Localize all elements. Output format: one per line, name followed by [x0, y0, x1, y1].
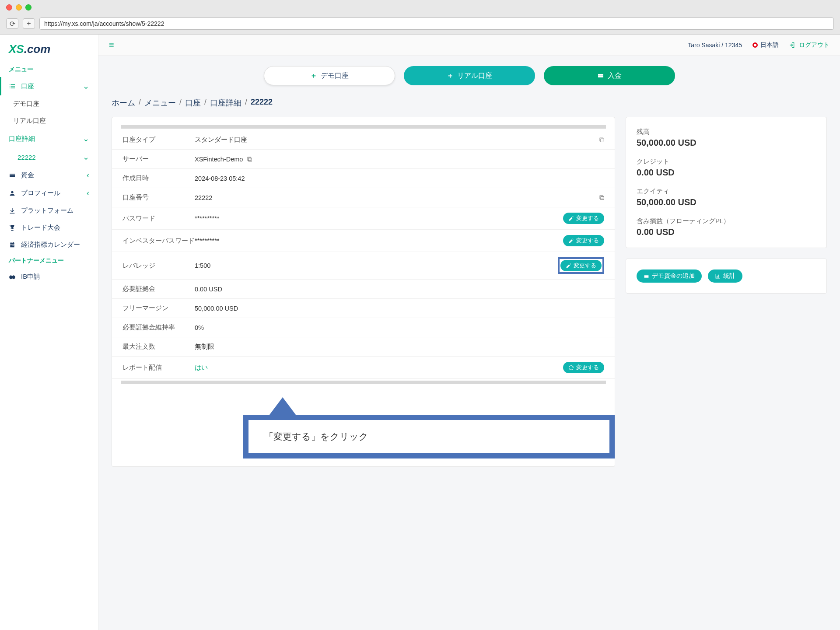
- deposit-button[interactable]: 入金: [544, 66, 675, 85]
- edit-icon: [566, 263, 571, 269]
- sidebar-item-ib-apply[interactable]: IB申請: [0, 268, 98, 285]
- breadcrumb-menu[interactable]: メニュー: [144, 98, 176, 108]
- sidebar-item-calendar[interactable]: 経済指標カレンダー: [0, 236, 98, 253]
- language-selector[interactable]: 日本語: [752, 41, 779, 49]
- new-tab-button[interactable]: +: [23, 18, 35, 29]
- breadcrumb-current: 22222: [251, 98, 273, 108]
- plus-icon: ＋: [447, 71, 454, 80]
- row-created: 作成日時 2024-08-23 05:42: [112, 169, 615, 188]
- copy-icon[interactable]: ⧉: [247, 155, 252, 163]
- sidebar: XS.com メニュー 口座 ⌄ デモ口座 リアル口座 口座詳細 ⌄ 22222…: [0, 35, 98, 630]
- copy-icon[interactable]: ⧉: [599, 136, 604, 144]
- sidebar-item-funds[interactable]: 資金 ‹: [0, 166, 98, 184]
- change-investor-password-button[interactable]: 変更する: [563, 235, 604, 246]
- partner-menu-header: パートナーメニュー: [0, 253, 98, 268]
- chevron-left-icon: ‹: [87, 189, 89, 198]
- trophy-icon: [9, 224, 17, 231]
- breadcrumb: ホーム / メニュー / 口座 / 口座詳細 / 22222: [112, 98, 827, 108]
- calendar-icon: [9, 242, 17, 248]
- row-server: サーバー XSFintech-Demo ⧉: [112, 150, 615, 169]
- chevron-left-icon: ‹: [87, 171, 89, 180]
- logout-icon: [789, 42, 796, 49]
- breadcrumb-details[interactable]: 口座詳細: [210, 98, 242, 108]
- sidebar-item-platform[interactable]: プラットフォーム: [0, 202, 98, 219]
- user-info[interactable]: Taro Sasaki / 12345: [688, 42, 742, 49]
- chevron-down-icon: ⌄: [83, 134, 89, 144]
- account-details-panel: 口座タイプ スタンダード口座 ⧉ サーバー XSFintech-Demo ⧉ 作…: [112, 117, 615, 467]
- tutorial-callout: 「変更する」をクリック: [243, 397, 615, 458]
- window-close[interactable]: [6, 4, 12, 10]
- add-demo-funds-button[interactable]: デモ資金の追加: [637, 270, 702, 283]
- action-card: デモ資金の追加 統計: [626, 259, 827, 294]
- logo[interactable]: XS.com: [0, 39, 98, 62]
- row-margin-required: 必要証拠金 0.00 USD: [112, 280, 615, 299]
- app-container: XS.com メニュー 口座 ⌄ デモ口座 リアル口座 口座詳細 ⌄ 22222…: [0, 35, 840, 630]
- main-content: ≡ Taro Sasaki / 12345 日本語 ログアウト ＋ デモ口座: [98, 35, 840, 630]
- copy-icon[interactable]: ⧉: [599, 194, 604, 202]
- row-max-orders: 最大注文数 無制限: [112, 337, 615, 357]
- action-buttons: ＋ デモ口座 ＋ リアル口座 入金: [112, 66, 827, 85]
- panels: 口座タイプ スタンダード口座 ⧉ サーバー XSFintech-Demo ⧉ 作…: [112, 117, 827, 467]
- stats-card: 残高 50,000.00 USD クレジット 0.00 USD エクイティ 50…: [626, 117, 827, 248]
- real-account-button[interactable]: ＋ リアル口座: [404, 66, 535, 85]
- topbar: ≡ Taro Sasaki / 12345 日本語 ログアウト: [98, 35, 840, 56]
- row-investor-password: インベスターパスワード ********** 変更する: [112, 230, 615, 252]
- content: ＋ デモ口座 ＋ リアル口座 入金 ホーム / メニュー / 口座 /: [98, 56, 840, 477]
- row-report: レポート配信 はい 変更する: [112, 357, 615, 379]
- stat-balance: 残高 50,000.00 USD: [637, 128, 816, 148]
- breadcrumb-home[interactable]: ホーム: [112, 98, 135, 108]
- window-minimize[interactable]: [16, 4, 22, 10]
- stat-equity: エクイティ 50,000.00 USD: [637, 187, 816, 207]
- callout-arrow: [270, 397, 296, 415]
- list-icon: [9, 83, 17, 90]
- sidebar-item-account-details[interactable]: 口座詳細 ⌄: [0, 130, 98, 148]
- stat-credit: クレジット 0.00 USD: [637, 158, 816, 178]
- sidebar-item-real-account[interactable]: リアル口座: [0, 112, 98, 130]
- sidebar-item-account-22222[interactable]: 22222 ⌄: [0, 148, 98, 166]
- topbar-right: Taro Sasaki / 12345 日本語 ログアウト: [688, 41, 830, 49]
- row-password: パスワード ********** 変更する: [112, 207, 615, 230]
- row-free-margin: フリーマージン 50,000.00 USD: [112, 299, 615, 318]
- traffic-lights: [0, 0, 840, 15]
- sidebar-item-accounts[interactable]: 口座 ⌄: [0, 77, 98, 95]
- card-icon: [9, 172, 17, 179]
- user-icon: [9, 190, 17, 197]
- change-leverage-button[interactable]: 変更する: [560, 260, 602, 271]
- leverage-highlight: 変更する: [558, 257, 604, 274]
- row-number: 口座番号 22222 ⧉: [112, 188, 615, 207]
- plus-icon: ＋: [310, 71, 317, 80]
- row-margin-level: 必要証拠金維持率 0%: [112, 318, 615, 337]
- breadcrumb-accounts[interactable]: 口座: [185, 98, 201, 108]
- hamburger-icon[interactable]: ≡: [109, 40, 114, 50]
- browser-chrome: ⟳ + https://my.xs.com/ja/accounts/show/5…: [0, 0, 840, 35]
- stats-column: 残高 50,000.00 USD クレジット 0.00 USD エクイティ 50…: [626, 117, 827, 467]
- japan-flag-icon: [752, 42, 758, 48]
- download-icon: [9, 207, 17, 214]
- reload-button[interactable]: ⟳: [6, 18, 18, 29]
- edit-icon: [568, 238, 574, 244]
- scroll-indicator-top: [121, 125, 606, 129]
- stat-floating: 含み損益（フローティングPL） 0.00 USD: [637, 217, 816, 237]
- refresh-icon: [568, 365, 574, 371]
- logout-link[interactable]: ログアウト: [789, 41, 830, 49]
- window-maximize[interactable]: [25, 4, 32, 10]
- change-report-button[interactable]: 変更する: [563, 362, 604, 373]
- sidebar-item-demo-account[interactable]: デモ口座: [0, 95, 98, 112]
- sidebar-item-profile[interactable]: プロフィール ‹: [0, 184, 98, 202]
- stats-button[interactable]: 統計: [708, 270, 742, 283]
- demo-account-button[interactable]: ＋ デモ口座: [264, 66, 395, 85]
- chevron-down-icon: ⌄: [83, 152, 89, 162]
- browser-toolbar: ⟳ + https://my.xs.com/ja/accounts/show/5…: [0, 15, 840, 34]
- edit-icon: [568, 216, 574, 221]
- scroll-indicator-bottom: [121, 381, 606, 384]
- menu-header: メニュー: [0, 62, 98, 77]
- chevron-down-icon: ⌄: [83, 81, 89, 91]
- chart-icon: [715, 273, 721, 279]
- handshake-icon: [9, 273, 17, 280]
- card-icon: [644, 273, 649, 279]
- card-icon: [597, 72, 604, 79]
- change-password-button[interactable]: 変更する: [563, 213, 604, 224]
- sidebar-item-contest[interactable]: トレード大会: [0, 219, 98, 236]
- url-bar[interactable]: https://my.xs.com/ja/accounts/show/5-222…: [39, 18, 834, 30]
- row-leverage: レバレッジ 1:500 変更する: [112, 252, 615, 280]
